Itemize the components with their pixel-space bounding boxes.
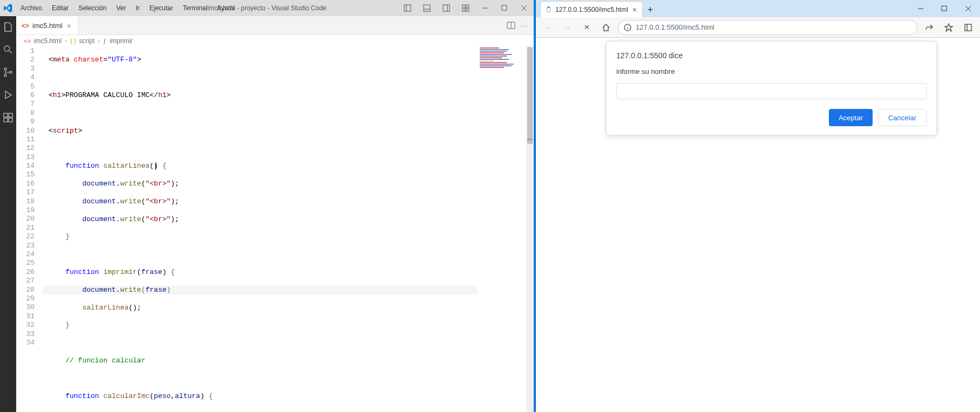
svg-marker-33 [945, 24, 952, 31]
collections-icon[interactable] [961, 20, 976, 35]
html-file-icon: <> [22, 22, 29, 30]
cancel-button[interactable]: Cancelar [878, 109, 927, 126]
svg-rect-11 [502, 5, 507, 10]
svg-point-14 [4, 46, 10, 51]
vscode-window: Archivo Editar Selección Ver Ir Ejecutar… [0, 0, 534, 412]
menu-editar[interactable]: Editar [47, 2, 73, 14]
html-file-icon: <> [24, 38, 31, 44]
line-number-gutter: 1234567891011121314151617181920212223242… [16, 47, 42, 412]
menu-ayuda[interactable]: Ayuda [213, 2, 240, 14]
svg-rect-27 [942, 6, 947, 11]
svg-rect-21 [9, 113, 12, 117]
address-text: 127.0.0.1:5500/imc5.html [636, 23, 714, 31]
svg-point-17 [4, 74, 6, 77]
window-maximize-icon[interactable] [495, 0, 514, 16]
breadcrumb[interactable]: <> imc5.html › { } script › ƒ imprimir [16, 35, 534, 47]
browser-viewport: 127.0.0.1:5500 dice informe su nombre Ac… [536, 38, 980, 412]
search-icon[interactable] [2, 43, 15, 56]
vscode-logo-icon [0, 0, 16, 16]
file-tab-imc5[interactable]: <> imc5.html × [16, 16, 78, 35]
svg-point-18 [10, 71, 12, 73]
scrollbar-thumb[interactable] [527, 47, 533, 144]
nav-stop-icon[interactable]: ✕ [579, 20, 594, 35]
menu-terminal[interactable]: Terminal [179, 2, 212, 14]
svg-rect-23 [9, 118, 12, 122]
breadcrumb-scope-imprimir[interactable]: imprimir [110, 37, 133, 45]
menu-seleccion[interactable]: Selección [74, 2, 111, 14]
browser-tab-title: 127.0.0.1:5500/imc5.html [555, 6, 628, 13]
extensions-icon[interactable] [2, 111, 15, 124]
browser-window: 127.0.0.1:5500/imc5.html × + ← → ✕ 127.0… [534, 0, 980, 412]
svg-point-16 [4, 68, 6, 70]
browser-tab[interactable]: 127.0.0.1:5500/imc5.html × [540, 1, 643, 17]
svg-rect-4 [443, 5, 450, 11]
menu-ejecutar[interactable]: Ejecutar [145, 2, 178, 14]
window-minimize-icon[interactable] [475, 0, 495, 16]
svg-rect-7 [466, 5, 469, 8]
js-prompt-dialog: 127.0.0.1:5500 dice informe su nombre Ac… [606, 41, 937, 135]
menu-archivo[interactable]: Archivo [16, 2, 46, 14]
svg-rect-8 [462, 9, 465, 11]
nav-back-icon[interactable]: ← [540, 20, 555, 35]
run-debug-icon[interactable] [2, 88, 15, 101]
nav-forward-icon[interactable]: → [560, 20, 575, 35]
new-tab-button[interactable]: + [643, 2, 658, 17]
share-icon[interactable] [922, 20, 937, 35]
layout-panel-bottom-icon[interactable] [417, 0, 437, 16]
tab-close-icon[interactable]: × [632, 5, 637, 14]
svg-rect-0 [404, 5, 411, 11]
window-minimize-icon[interactable] [909, 0, 933, 17]
chevron-right-icon: › [98, 37, 100, 45]
activity-bar [0, 16, 16, 412]
editor-tab-bar: <> imc5.html × ··· [16, 16, 534, 35]
more-actions-icon[interactable]: ··· [521, 22, 528, 30]
code-editor[interactable]: 1234567891011121314151617181920212223242… [16, 47, 534, 412]
svg-rect-20 [4, 113, 8, 117]
minimap[interactable] [478, 47, 526, 412]
explorer-icon[interactable] [2, 20, 15, 33]
scrollbar-mark [527, 139, 533, 140]
address-bar[interactable]: 127.0.0.1:5500/imc5.html [618, 20, 917, 35]
site-info-icon[interactable] [624, 24, 631, 31]
browser-toolbar: ← → ✕ 127.0.0.1:5500/imc5.html [536, 17, 980, 38]
editor-scrollbar[interactable] [526, 47, 534, 412]
split-editor-icon[interactable] [507, 21, 515, 30]
svg-rect-6 [462, 5, 465, 8]
accept-button[interactable]: Aceptar [829, 109, 873, 126]
svg-rect-22 [4, 118, 8, 122]
function-scope-icon: ƒ [103, 38, 106, 44]
window-close-icon[interactable] [956, 0, 980, 17]
dialog-origin: 127.0.0.1:5500 dice [616, 51, 927, 60]
svg-rect-2 [424, 5, 430, 11]
vscode-menu-bar: Archivo Editar Selección Ver Ir Ejecutar… [16, 2, 240, 14]
svg-marker-19 [5, 91, 11, 99]
file-tab-label: imc5.html [32, 22, 63, 30]
vscode-titlebar: Archivo Editar Selección Ver Ir Ejecutar… [0, 0, 534, 16]
loading-spinner-icon [546, 6, 551, 13]
chevron-right-icon: › [65, 37, 67, 45]
browser-tab-strip: 127.0.0.1:5500/imc5.html × + [536, 0, 980, 17]
source-control-icon[interactable] [2, 66, 15, 79]
svg-rect-34 [965, 24, 971, 31]
menu-ir[interactable]: Ir [131, 2, 144, 14]
favorite-icon[interactable] [941, 20, 956, 35]
svg-rect-9 [466, 9, 469, 11]
layout-customize-icon[interactable] [456, 0, 475, 16]
breadcrumb-file[interactable]: imc5.html [34, 37, 62, 45]
layout-panel-right-icon[interactable] [437, 0, 456, 16]
dialog-message: informe su nombre [616, 67, 927, 75]
tab-close-icon[interactable]: × [66, 22, 72, 30]
breadcrumb-scope-script[interactable]: script [79, 37, 95, 45]
code-content[interactable]: <meta charset="UTF-8"> <h1>PROGRAMA CALC… [42, 47, 534, 412]
svg-line-15 [9, 51, 12, 53]
text-cursor [155, 162, 156, 170]
layout-panel-left-icon[interactable] [398, 0, 417, 16]
prompt-input[interactable] [616, 83, 927, 99]
nav-home-icon[interactable] [598, 20, 614, 35]
script-scope-icon: { } [70, 38, 76, 44]
window-maximize-icon[interactable] [933, 0, 956, 17]
menu-ver[interactable]: Ver [112, 2, 130, 14]
window-close-icon[interactable] [514, 0, 534, 16]
editor-area: <> imc5.html × ··· <> imc5.html › { } sc… [16, 16, 534, 412]
